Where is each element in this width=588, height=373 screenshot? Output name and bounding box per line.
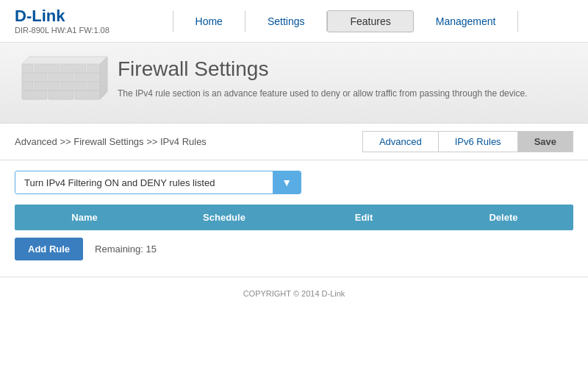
col-schedule: Schedule — [154, 210, 294, 224]
breadcrumb: Advanced >> Firewall Settings >> IPv4 Ru… — [15, 136, 363, 147]
nav-home[interactable]: Home — [173, 11, 245, 32]
dropdown-arrow-icon[interactable]: ▼ — [273, 171, 301, 193]
svg-rect-4 — [61, 82, 86, 90]
remaining-count: Remaining: 15 — [95, 244, 157, 255]
col-name: Name — [15, 210, 154, 224]
tab-advanced[interactable]: Advanced — [362, 131, 439, 152]
svg-rect-2 — [75, 90, 100, 99]
copyright-text: COPYRIGHT © 2014 D-Link — [243, 289, 345, 298]
svg-rect-1 — [49, 90, 74, 99]
svg-rect-6 — [87, 82, 100, 90]
nav-management[interactable]: Management — [414, 11, 519, 32]
nav-features[interactable]: Features — [327, 10, 413, 32]
svg-marker-15 — [100, 57, 107, 99]
tab-save[interactable]: Save — [517, 131, 573, 152]
svg-rect-7 — [22, 73, 47, 82]
main-nav: Home Settings Features Management — [118, 10, 573, 32]
svg-rect-0 — [22, 90, 47, 99]
tab-ipv6rules[interactable]: IPv6 Rules — [438, 131, 518, 152]
svg-rect-13 — [87, 64, 100, 73]
add-rule-row: Add Rule Remaining: 15 — [15, 238, 573, 260]
svg-rect-5 — [22, 82, 33, 90]
logo-model: DIR-890L HW:A1 FW:1.08 — [15, 26, 118, 35]
svg-rect-11 — [61, 64, 86, 73]
dlink-logo: D-Link — [15, 8, 118, 24]
svg-rect-3 — [35, 82, 60, 90]
firewall-icon — [15, 54, 110, 113]
col-edit: Edit — [294, 210, 434, 224]
add-rule-button[interactable]: Add Rule — [15, 238, 83, 260]
table-header: Name Schedule Edit Delete — [15, 205, 573, 230]
logo-area: D-Link DIR-890L HW:A1 FW:1.08 — [15, 8, 118, 35]
content-area: Turn IPv4 Filtering ON and DENY rules li… — [0, 160, 588, 271]
dropdown-value: Turn IPv4 Filtering ON and DENY rules li… — [15, 172, 273, 193]
col-delete: Delete — [434, 210, 573, 224]
nav-settings[interactable]: Settings — [245, 11, 328, 32]
svg-rect-9 — [75, 73, 100, 82]
svg-rect-8 — [49, 73, 74, 82]
svg-rect-12 — [22, 64, 33, 73]
hero-section: Firewall Settings The IPv4 rule section … — [0, 43, 588, 124]
ipv4-filter-dropdown[interactable]: Turn IPv4 Filtering ON and DENY rules li… — [15, 171, 301, 194]
hero-description: The IPv4 rule section is an advance feat… — [118, 87, 529, 100]
svg-rect-10 — [35, 64, 60, 73]
header: D-Link DIR-890L HW:A1 FW:1.08 Home Setti… — [0, 0, 588, 43]
page-title: Firewall Settings — [118, 57, 573, 81]
svg-marker-14 — [22, 57, 107, 64]
footer: COPYRIGHT © 2014 D-Link — [0, 277, 588, 310]
breadcrumb-row: Advanced >> Firewall Settings >> IPv4 Ru… — [0, 124, 588, 160]
tabs: Advanced IPv6 Rules Save — [363, 131, 573, 152]
